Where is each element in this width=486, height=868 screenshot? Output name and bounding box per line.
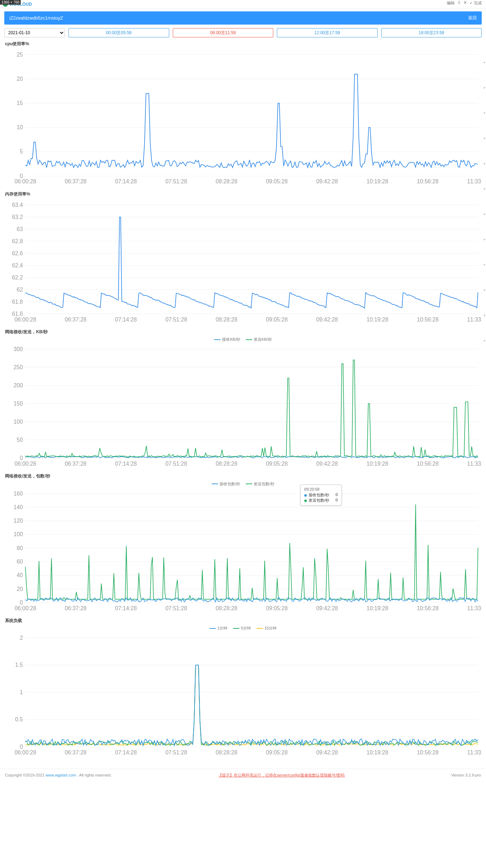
svg-text:250: 250 [14, 364, 23, 370]
svg-text:06:00:28: 06:00:28 [15, 749, 36, 755]
footer-warning[interactable]: 【提示】在公网环境运行，记得在server/config/里修改默认登陆账号/密… [218, 773, 345, 778]
svg-text:50: 50 [17, 437, 23, 443]
svg-text:08:28:28: 08:28:28 [216, 178, 237, 184]
controls-row: 2021-01-10 00:00至05:5906:00至11:5912:00至1… [4, 28, 482, 37]
svg-text:1: 1 [20, 689, 23, 695]
svg-text:63.4: 63.4 [12, 202, 23, 208]
host-title-bar: iZ2zeafdzwdb5zc1rnstoyZ 返回 [4, 11, 482, 25]
svg-text:62.2: 62.2 [12, 274, 23, 281]
svg-text:10:56:28: 10:56:28 [417, 316, 439, 322]
svg-text:62.8: 62.8 [12, 238, 23, 244]
svg-text:20: 20 [17, 76, 23, 82]
chart-svg[interactable]: 00.511.5206:00:2806:37:2807:14:2807:51:2… [4, 632, 482, 755]
copyright-text: Copyright ©2019-2021 [5, 773, 46, 777]
svg-text:100: 100 [14, 419, 23, 425]
svg-text:06:37:28: 06:37:28 [65, 461, 87, 467]
side-collapse-chevrons: ▾▾▾▾▾▾▾▾▾▾▾▾ [484, 61, 485, 343]
chart-legend: 接收KB/秒发送KB/秒 [4, 336, 482, 343]
svg-text:10:56:28: 10:56:28 [417, 461, 439, 467]
time-range-button-0[interactable]: 00:00至05:59 [68, 28, 169, 37]
svg-text:2: 2 [20, 635, 23, 641]
dimension-badge: 1366 × 768 [0, 0, 21, 5]
svg-text:160: 160 [14, 491, 23, 497]
chart-svg[interactable]: 051015202506:00:2806:37:2807:14:2807:51:… [4, 48, 482, 185]
svg-text:61.6: 61.6 [12, 311, 23, 317]
svg-text:06:00:28: 06:00:28 [15, 461, 36, 467]
svg-text:11:33:58: 11:33:58 [467, 178, 482, 184]
svg-text:06:37:28: 06:37:28 [65, 316, 87, 322]
svg-text:62.4: 62.4 [12, 262, 23, 268]
chart-svg[interactable]: 02040608010012014016006:00:2806:37:2807:… [4, 487, 482, 611]
chart-legend: 1分钟5分钟15分钟 [4, 625, 482, 631]
svg-text:10:19:28: 10:19:28 [367, 749, 388, 755]
svg-text:08:28:28: 08:28:28 [216, 461, 237, 467]
host-name: iZ2zeafdzwdb5zc1rnstoyZ [9, 15, 63, 21]
svg-text:0: 0 [20, 600, 23, 606]
svg-text:5: 5 [20, 148, 23, 155]
svg-text:09:42:28: 09:42:28 [316, 316, 338, 322]
chart-load: 系统负载1分钟5分钟15分钟00.511.5206:00:2806:37:280… [4, 618, 482, 756]
time-range-button-2[interactable]: 12:00至17:59 [277, 28, 378, 37]
time-range-button-1[interactable]: 06:00至11:59 [173, 28, 274, 37]
back-link[interactable]: 返回 [468, 15, 477, 21]
chart-netpk: 网络接收/发送，包数/秒接收包数/秒发送包数/秒0204060801001201… [4, 473, 482, 611]
chart-legend: 接收包数/秒发送包数/秒 [4, 481, 482, 487]
svg-text:06:37:28: 06:37:28 [65, 749, 87, 755]
window-toolbar: 编辑 ⇩ ✕ ✓ 完成 [445, 0, 483, 6]
svg-text:07:51:28: 07:51:28 [165, 749, 187, 755]
svg-text:120: 120 [14, 518, 23, 524]
svg-text:09:05:28: 09:05:28 [266, 178, 288, 184]
svg-text:09:05:28: 09:05:28 [266, 316, 288, 322]
svg-text:11:33:58: 11:33:58 [467, 461, 482, 467]
svg-text:09:05:28: 09:05:28 [266, 461, 288, 467]
svg-text:06:00:28: 06:00:28 [15, 605, 36, 611]
svg-text:07:14:28: 07:14:28 [115, 178, 137, 184]
done-button[interactable]: ✓ 完成 [470, 0, 482, 6]
topbar: WGCLOUD 监控概要 / 主机列表 [0, 0, 486, 9]
svg-text:11:33:58: 11:33:58 [467, 316, 482, 322]
chart-cpu: cpu使用率%051015202506:00:2806:37:2807:14:2… [4, 41, 482, 185]
svg-text:62: 62 [17, 287, 23, 293]
svg-text:07:14:28: 07:14:28 [115, 605, 137, 611]
footer-site-link[interactable]: www.wgstart.com [46, 773, 76, 777]
svg-text:06:37:28: 06:37:28 [65, 605, 87, 611]
close-icon[interactable]: ✕ [464, 0, 467, 6]
svg-text:15: 15 [17, 100, 23, 106]
svg-text:61.8: 61.8 [12, 299, 23, 305]
edit-button[interactable]: 编辑 [447, 0, 455, 6]
svg-text:80: 80 [17, 545, 23, 551]
chart-netkb: 网络接收/发送，KB/秒接收KB/秒发送KB/秒0501001502002503… [4, 329, 482, 467]
svg-text:0.5: 0.5 [15, 717, 23, 723]
svg-text:08:28:28: 08:28:28 [216, 749, 237, 755]
svg-text:09:42:28: 09:42:28 [316, 178, 338, 184]
svg-text:10:19:28: 10:19:28 [367, 178, 388, 184]
svg-text:10:56:28: 10:56:28 [417, 605, 439, 611]
svg-text:40: 40 [17, 572, 23, 578]
chart-svg[interactable]: 05010015020025030006:00:2806:37:2807:14:… [4, 343, 482, 467]
chart-svg[interactable]: 61.661.86262.262.462.662.86363.263.406:0… [4, 199, 482, 323]
svg-text:300: 300 [14, 346, 23, 352]
svg-text:25: 25 [17, 52, 23, 58]
svg-text:10:56:28: 10:56:28 [417, 178, 439, 184]
download-icon[interactable]: ⇩ [457, 0, 461, 6]
svg-text:09:42:28: 09:42:28 [316, 749, 338, 755]
chart-title: 网络接收/发送，包数/秒 [5, 473, 482, 479]
svg-text:07:51:28: 07:51:28 [165, 178, 187, 184]
svg-text:140: 140 [14, 504, 23, 510]
svg-text:07:51:28: 07:51:28 [165, 605, 187, 611]
chart-mem: 内存使用率%61.661.86262.262.462.662.86363.263… [4, 191, 482, 323]
svg-text:11:33:58: 11:33:58 [467, 605, 482, 611]
svg-text:07:51:28: 07:51:28 [165, 461, 187, 467]
svg-text:06:00:28: 06:00:28 [15, 316, 36, 322]
svg-text:200: 200 [14, 382, 23, 388]
svg-text:63.2: 63.2 [12, 214, 23, 220]
version-text: Version 3.2.9-pro [451, 773, 481, 777]
svg-text:07:51:28: 07:51:28 [165, 316, 187, 322]
date-select[interactable]: 2021-01-10 [4, 28, 65, 37]
svg-text:10:19:28: 10:19:28 [367, 461, 388, 467]
footer: Copyright ©2019-2021 www.wgstart.com . A… [0, 769, 486, 781]
time-range-button-3[interactable]: 18:00至23:59 [381, 28, 482, 37]
svg-text:0: 0 [20, 173, 23, 179]
svg-text:1.5: 1.5 [15, 662, 23, 668]
svg-text:10: 10 [17, 124, 23, 130]
